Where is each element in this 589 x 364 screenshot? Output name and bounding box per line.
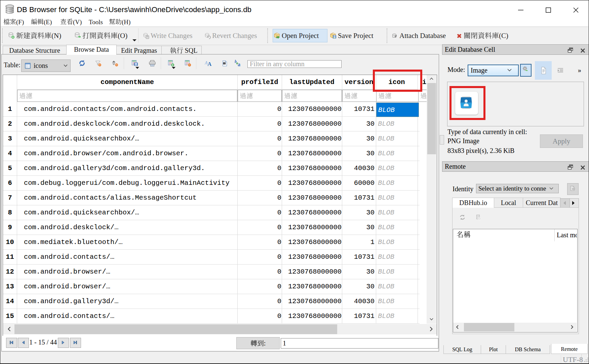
svg-text:A: A bbox=[207, 61, 212, 67]
svg-text:a: a bbox=[238, 62, 240, 67]
